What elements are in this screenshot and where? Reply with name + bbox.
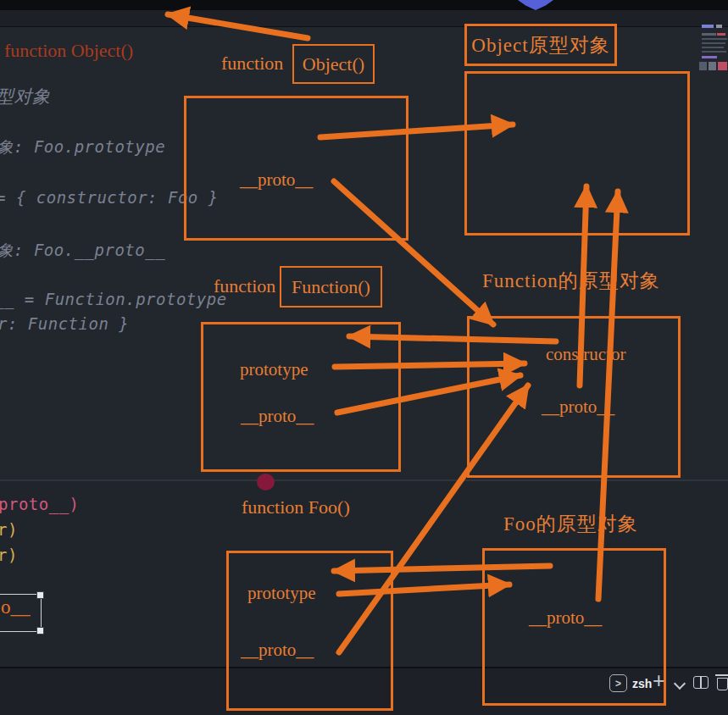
minimap-line [702, 47, 724, 48]
minimap-line [702, 33, 716, 36]
minimap-line [702, 42, 725, 44]
screen: function Object() 型对象 对象: Foo.prototype … [0, 0, 728, 715]
object-proto-title-box: Object原型对象 [464, 24, 617, 66]
selected-annotation-text: o__ [1, 596, 31, 618]
editor-tabstrip [0, 10, 728, 27]
object-proto-title: Object原型对象 [471, 32, 609, 58]
code-line: 对象: Foo.__proto__ [0, 240, 165, 262]
window-titlebar [0, 0, 728, 10]
function-proto-title: Function的原型对象 [482, 268, 660, 294]
minimap-line [702, 38, 727, 40]
foo-proto-proto-label: __proto__ [529, 607, 602, 629]
function-fn-name-box: Function() [280, 266, 382, 308]
split-terminal-icon[interactable] [693, 676, 709, 689]
minimap-block [699, 62, 707, 70]
code-line: 型对象 [0, 85, 51, 108]
minimap-line [702, 25, 714, 28]
terminal-shell-label[interactable]: zsh [632, 677, 652, 690]
foo-fn-label: function Foo() [242, 496, 350, 518]
code-line: r: Function } [0, 314, 129, 333]
minimap-line [702, 56, 717, 58]
foo-proto-title: Foo的原型对象 [503, 511, 638, 537]
object-fn-name: Object() [303, 53, 364, 75]
object-fn-label-prefix: function [221, 53, 283, 75]
terminal-code-line: r) [0, 546, 18, 564]
terminal-code-line: proto__) [0, 495, 80, 513]
code-line: 对象: Foo.prototype [0, 136, 165, 158]
minimap[interactable] [695, 23, 728, 75]
function-proto-constructor-label: constructor [546, 344, 625, 365]
function-fn-proto-label: __proto__ [241, 406, 314, 427]
function-fn-prototype-label: prototype [240, 359, 308, 380]
laser-pointer-dot [257, 474, 275, 491]
function-fn-box [201, 322, 401, 472]
minimap-block [718, 62, 727, 70]
object-proto-box [464, 71, 690, 236]
function-fn-name: Function() [292, 276, 370, 298]
minimap-block [709, 62, 716, 70]
kill-terminal-icon[interactable] [715, 673, 728, 691]
foo-fn-box [226, 551, 393, 711]
foo-fn-prototype-label: prototype [247, 583, 315, 604]
object-fn-proto-label: __proto__ [240, 169, 313, 191]
code-line: __ = Function.prototype [0, 290, 227, 308]
function-proto-proto-label: __proto__ [542, 396, 614, 418]
minimap-line [702, 51, 726, 53]
minimap-line [716, 25, 722, 28]
selection-handle[interactable] [36, 591, 44, 599]
function-fn-label-prefix: function [214, 275, 275, 297]
terminal-shell-icon[interactable]: > [609, 674, 627, 692]
minimap-line [717, 33, 725, 36]
object-fn-name-box: Object() [292, 44, 375, 84]
selection-handle[interactable] [36, 627, 44, 635]
new-terminal-button[interactable]: + [653, 668, 665, 693]
foo-fn-proto-label: __proto__ [241, 640, 314, 661]
code-line-function-object: function Object() [4, 40, 133, 62]
object-fn-box [184, 96, 408, 241]
terminal-code-line: r) [0, 520, 18, 539]
